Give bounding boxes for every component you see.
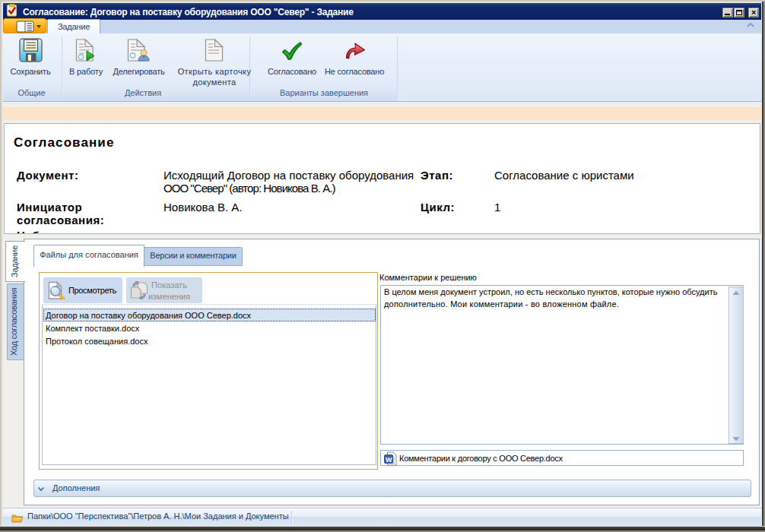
svg-text:W: W [386,456,392,464]
